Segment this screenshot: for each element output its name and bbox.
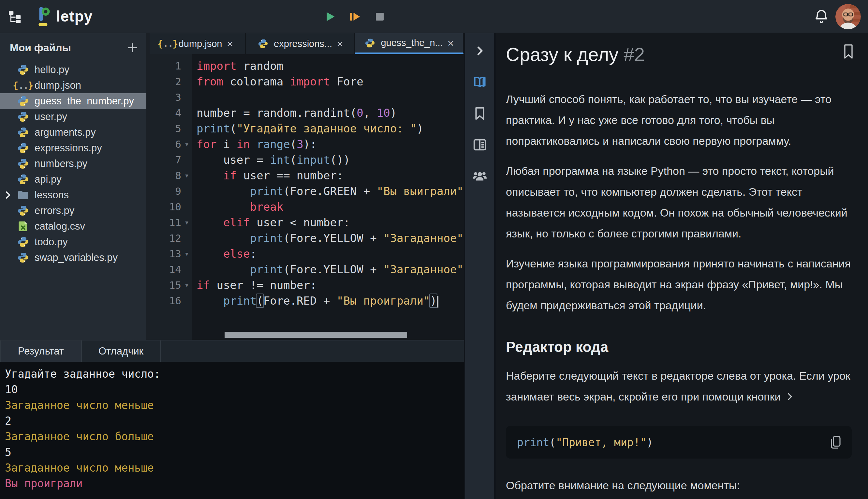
bookmark-icon[interactable] [471,105,488,122]
line-number: 16 [150,295,181,307]
console-line: Вы проиграли [5,476,464,491]
expand-chevron-icon [3,65,12,74]
collapse-panel-chevron-icon[interactable] [471,42,488,59]
file-item-swap_variables.py[interactable]: swap_variables.py [0,250,146,266]
editor-tab-dumpjson[interactable]: {..}dump.json× [150,33,246,54]
fold-arrow-icon[interactable]: ▾ [181,141,192,148]
code-line-6: for i in range(3): [197,136,464,152]
expand-chevron-icon [3,112,12,121]
python-icon [17,111,29,123]
code-line-8: if user == number: [197,168,464,183]
community-icon[interactable] [471,168,488,185]
file-item-api.py[interactable]: api.py [0,172,146,187]
tab-debugger[interactable]: Отладчик [82,341,161,362]
code-editor: {..}dump.json×expressions...×guess_the_n… [150,33,464,340]
fold-arrow-icon[interactable]: ▾ [181,172,192,179]
fold-arrow-icon[interactable]: ▾ [181,250,192,258]
file-item-numbers.py[interactable]: numbers.py [0,156,146,172]
tab-result[interactable]: Результат [0,341,82,362]
file-item-errors.py[interactable]: errors.py [0,203,146,219]
code-line-10: break [197,199,464,215]
line-number: 3 [150,91,181,103]
file-name: dump.json [35,80,81,91]
run-controls [323,0,387,33]
output-panel: Результат Отладчик Угадайте заданное чис… [0,340,464,499]
lesson-code-block: print("Привет, мир!") [506,426,852,459]
file-item-dump.json[interactable]: {..}dump.json [0,77,146,93]
file-name: hello.py [35,64,70,76]
expand-chevron-icon[interactable] [3,191,12,199]
expand-chevron-icon [3,238,12,246]
notifications-bell-icon[interactable] [813,9,830,25]
console-line: Угадайте заданное число: [5,366,464,382]
file-item-arguments.py[interactable]: arguments.py [0,125,146,140]
file-name: swap_variables.py [35,252,118,264]
code-line-14: print(Fore.YELLOW + "Загаданное" [197,261,464,277]
lesson-bookmark-icon[interactable] [841,43,856,60]
file-name: numbers.py [35,158,87,170]
debug-button[interactable] [348,10,362,24]
stop-button[interactable] [373,10,387,24]
code-line-7: user = int(input()) [197,152,464,168]
python-icon [17,64,29,76]
line-number: 10 [150,201,181,212]
python-icon [17,252,29,264]
file-item-hello.py[interactable]: hello.py [0,62,146,77]
file-name: arguments.py [35,126,96,138]
python-icon [257,37,269,50]
file-item-catalog.csv[interactable]: catalog.csv [0,219,146,234]
line-number: 7 [150,154,181,166]
files-header: Мои файлы [10,42,127,54]
line-number: 6 [150,138,181,150]
console-line: Загаданное число меньше [5,398,464,413]
file-item-lessons[interactable]: lessons [0,187,146,203]
line-number: 4 [150,107,181,119]
file-name: todo.py [35,236,68,248]
editor-tab-guess_the_n[interactable]: guess_the_n...× [355,33,464,54]
close-tab-icon[interactable]: × [448,38,454,48]
code-line-1: import random [197,58,464,74]
python-icon [17,158,29,170]
python-icon [17,236,29,248]
file-name: api.py [35,173,62,185]
lesson-book-icon[interactable] [471,74,488,91]
python-icon [17,95,29,107]
line-number: 15 [150,279,181,291]
avatar[interactable] [835,4,861,29]
copy-code-icon[interactable] [828,435,843,450]
expand-chevron-icon [3,222,12,231]
file-name: errors.py [35,205,74,217]
close-tab-icon[interactable]: × [337,39,343,49]
json-icon: {..} [17,79,29,92]
code-line-2: from colorama import Fore [197,74,464,89]
run-button[interactable] [323,10,337,24]
letpy-logo[interactable]: letpy [37,6,92,26]
close-tab-icon[interactable]: × [227,39,233,49]
file-name: user.py [35,111,67,123]
fold-arrow-icon[interactable]: ▾ [181,281,192,289]
file-item-expressions.py[interactable]: expressions.py [0,140,146,156]
console-line: Загаданное число больше [5,429,464,445]
file-tree-toggle-icon[interactable] [8,9,22,24]
file-name: catalog.csv [35,220,85,232]
editor-tab-expressions[interactable]: expressions...× [246,33,355,54]
json-icon: {..} [162,37,174,50]
file-item-guess_the_number.py[interactable]: guess_the_number.py [0,93,146,109]
file-item-user.py[interactable]: user.py [0,109,146,125]
code-area[interactable]: import randomfrom colorama import Forenu… [192,54,464,340]
workspace: Мои файлы + hello.py{..}dump.jsonguess_t… [0,33,464,499]
file-item-todo.py[interactable]: todo.py [0,234,146,250]
tab-label: expressions... [274,38,332,49]
topbar: letpy [0,0,868,33]
code-line-12: print(Fore.YELLOW + "Загаданное" [197,230,464,246]
expand-chevron-icon [3,159,12,168]
file-name: expressions.py [35,142,102,154]
add-file-button[interactable]: + [127,41,138,54]
file-name: guess_the_number.py [35,95,134,107]
fold-arrow-icon[interactable]: ▾ [181,219,192,226]
code-line-4: number = random.randint(0, 10) [197,105,464,121]
reader-icon[interactable] [471,136,488,153]
code-line-3 [197,89,464,105]
horizontal-scrollbar[interactable] [225,332,407,338]
output-tabbar: Результат Отладчик [0,340,464,362]
